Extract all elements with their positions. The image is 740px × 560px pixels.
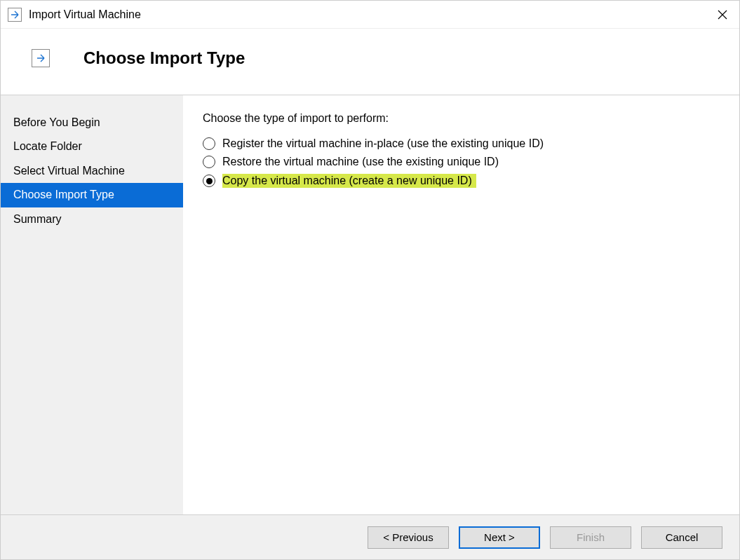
wizard-footer: < Previous Next > Finish Cancel (1, 514, 739, 559)
option-copy-label: Copy the virtual machine (create a new u… (222, 174, 476, 188)
step-locate-folder[interactable]: Locate Folder (1, 135, 183, 158)
option-copy[interactable]: Copy the virtual machine (create a new u… (203, 174, 720, 188)
close-icon (718, 10, 727, 20)
import-vm-wizard-window: Import Virtual Machine Choose Import Typ… (0, 0, 740, 560)
wizard-body: Before You Begin Locate Folder Select Vi… (1, 95, 739, 514)
previous-button[interactable]: < Previous (368, 526, 449, 549)
step-select-virtual-machine[interactable]: Select Virtual Machine (1, 159, 183, 183)
next-button[interactable]: Next > (459, 526, 540, 549)
import-icon (8, 8, 22, 22)
step-before-you-begin[interactable]: Before You Begin (1, 111, 183, 135)
option-restore[interactable]: Restore the virtual machine (use the exi… (203, 156, 720, 168)
titlebar: Import Virtual Machine (1, 1, 739, 29)
close-button[interactable] (706, 1, 739, 28)
import-icon (32, 49, 50, 67)
option-restore-label: Restore the virtual machine (use the exi… (222, 156, 499, 168)
cancel-button[interactable]: Cancel (641, 526, 722, 549)
step-summary[interactable]: Summary (1, 207, 183, 231)
wizard-header: Choose Import Type (1, 29, 739, 95)
step-choose-import-type[interactable]: Choose Import Type (1, 183, 183, 207)
import-type-prompt: Choose the type of import to perform: (203, 112, 720, 125)
option-register-in-place[interactable]: Register the virtual machine in-place (u… (203, 137, 720, 150)
radio-copy[interactable] (203, 175, 215, 187)
radio-restore[interactable] (203, 156, 215, 168)
page-title: Choose Import Type (83, 48, 245, 68)
window-title: Import Virtual Machine (29, 8, 706, 21)
option-register-label: Register the virtual machine in-place (u… (222, 137, 544, 150)
wizard-content: Choose the type of import to perform: Re… (183, 95, 739, 514)
wizard-steps-sidebar: Before You Begin Locate Folder Select Vi… (1, 95, 183, 514)
radio-register[interactable] (203, 137, 215, 150)
finish-button: Finish (550, 526, 631, 549)
